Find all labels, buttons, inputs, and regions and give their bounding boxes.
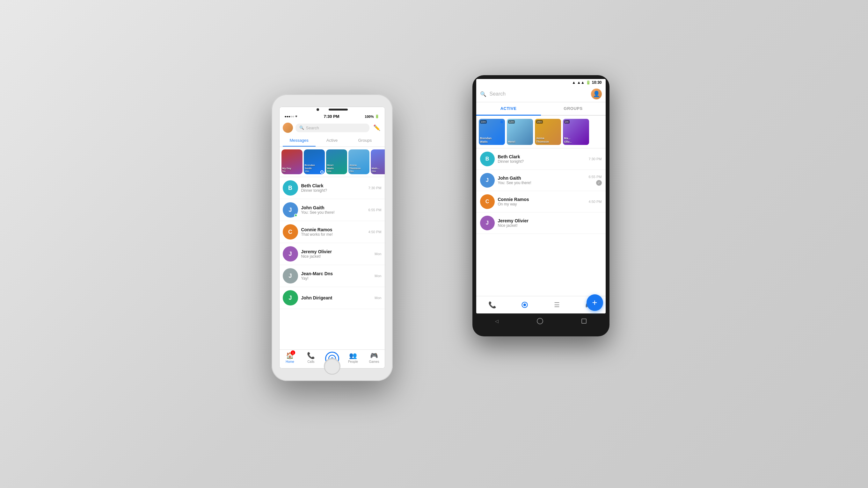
ios-tab-groups[interactable]: Groups (348, 135, 381, 147)
story-label: JennaThomson26m (349, 164, 369, 173)
battery-icon: 🔋 (375, 115, 379, 119)
table-row[interactable]: J Jeremy Olivier Nice jacket! (476, 213, 606, 234)
story-time: 12m (508, 120, 515, 124)
battery-pct: 100% (365, 115, 374, 119)
ios-user-avatar[interactable] (283, 123, 293, 133)
android-back-btn[interactable]: ◁ (495, 319, 499, 324)
table-row[interactable]: C Connie Ramos On my way 4:50 PM (476, 191, 606, 213)
ios-nav-people-label: People (348, 360, 358, 363)
carrier-dots: ●●●○○ (285, 115, 294, 118)
table-row[interactable]: J John Dirigeant Mon (280, 287, 385, 309)
ios-conv-list: B Beth Clark Dinner tonight? 7:30 PM J (280, 177, 385, 350)
android-tab-active[interactable]: ACTIVE (476, 102, 541, 116)
android-recents-btn[interactable] (582, 319, 587, 324)
story-label: BrendanWatts (480, 137, 504, 144)
avatar: J (480, 173, 495, 188)
table-row[interactable]: J John Gaith You: See you there! 6:55 PM (280, 199, 385, 221)
people-icon: 👥 (349, 352, 357, 359)
table-row[interactable]: J John Gaith You: See you there! 6:55 PM… (476, 170, 606, 191)
story-label: My Day5m (282, 167, 302, 173)
ios-home-button[interactable] (324, 358, 340, 375)
ios-search-placeholder[interactable]: Search (306, 126, 319, 130)
compose-icon[interactable]: ✏️ (372, 124, 381, 131)
conv-preview: You: See you there! (301, 210, 365, 215)
ios-nav-home-label: Home (286, 360, 294, 363)
conv-preview: Dinner tonight? (301, 188, 365, 193)
ios-nav-people[interactable]: 👥 People (345, 352, 361, 366)
ios-status-bar: ●●●○○ ᯤ 7:30 PM 100% 🔋 (280, 112, 385, 121)
games-icon: 🎮 (370, 352, 378, 359)
conv-time: Mon (375, 274, 381, 278)
online-indicator (294, 214, 298, 217)
avatar: J (480, 216, 495, 230)
home-icon[interactable] (519, 299, 531, 311)
story-item-jenna[interactable]: JennaThomson26m (348, 150, 369, 174)
battery-icon: 🔋 (586, 80, 591, 85)
story-item-myday[interactable]: My Day5m (281, 150, 303, 174)
phone-icon[interactable]: 📞 (486, 299, 498, 311)
conv-info: John Dirigeant (301, 295, 372, 300)
android-user-avatar[interactable]: 👤 (591, 89, 602, 99)
ios-nav-calls[interactable]: 📞 Calls (303, 352, 319, 366)
wifi-icon: ᯤ (295, 115, 298, 118)
story-time: 2m (564, 120, 570, 124)
android-search-input[interactable]: Search (490, 91, 588, 97)
ios-nav-games-label: Games (369, 360, 379, 363)
story-item[interactable]: BrendanWatts 10m (479, 119, 505, 145)
conv-info: John Gaith You: See you there! (301, 205, 365, 215)
story-label: Ma...Oliv... (564, 137, 588, 144)
story-label: HenriWatts12m (327, 164, 346, 173)
avatar: C (283, 224, 298, 239)
story-item-brendan[interactable]: BrendanSmith10m (304, 150, 325, 174)
conv-info: Connie Ramos That works for me! (301, 227, 365, 237)
ios-time: 7:30 PM (323, 114, 339, 119)
conv-time: 4:50 PM (589, 200, 602, 203)
conv-info: Jean-Marc Dns Yay! (301, 271, 372, 281)
story-time: 10m (480, 120, 487, 124)
ios-phone: ●●●○○ ᯤ 7:30 PM 100% 🔋 🔍 Search (272, 94, 393, 381)
story-item-henri[interactable]: HenriWatts12m (326, 150, 347, 174)
read-receipt-icon: ✓ (596, 180, 602, 186)
table-row[interactable]: C Connie Ramos That works for me! 4:50 P… (280, 221, 385, 243)
ios-search-bar[interactable]: 🔍 Search ✏️ (280, 121, 385, 135)
android-bottom-nav: 📞 ☰ 🎮 (476, 296, 606, 314)
android-status-icons: ▲ ▲▲ 🔋 10:30 (572, 80, 601, 85)
android-phone: ▲ ▲▲ 🔋 10:30 🔍 Search 👤 ACTIVE GROUPS (472, 75, 610, 336)
avatar: B (283, 180, 298, 196)
table-row[interactable]: B Beth Clark Dinner tonight? 7:30 PM (280, 177, 385, 199)
story-label: JennaThomson (536, 137, 560, 144)
conv-time: Mon (375, 252, 381, 256)
ios-tab-active[interactable]: Active (316, 135, 348, 147)
ios-tab-messages[interactable]: Messages (283, 135, 316, 147)
story-item[interactable]: Ma...Oliv... 2m (563, 119, 589, 145)
android-nav-bar: ◁ (476, 314, 606, 329)
android-tab-groups[interactable]: GROUPS (541, 102, 606, 115)
table-row[interactable]: J Jeremy Olivier Nice jacket! Mon (280, 243, 385, 265)
fab-button[interactable]: + (587, 294, 603, 311)
front-camera (316, 108, 319, 111)
conv-time: 4:50 PM (369, 230, 381, 234)
story-dot (500, 121, 503, 123)
table-row[interactable]: B Beth Clark Dinner tonight? 7:30 PM (476, 149, 606, 170)
android-home-btn[interactable] (537, 318, 543, 324)
conv-info: Jeremy Olivier Nice jacket! (498, 218, 599, 228)
conv-time: 7:30 PM (589, 157, 602, 161)
avatar: J (283, 290, 298, 305)
ios-nav-home[interactable]: 🏠 1 Home (282, 352, 298, 366)
story-item[interactable]: JennaThomson 26m (535, 119, 561, 145)
ios-nav-games[interactable]: 🎮 Games (366, 352, 382, 366)
search-icon: 🔍 (480, 91, 487, 97)
conv-name: Jeremy Olivier (301, 249, 372, 254)
conv-preview: Dinner tonight? (498, 159, 586, 164)
ios-nav-calls-label: Calls (307, 360, 314, 363)
table-row[interactable]: J Jean-Marc Dns Yay! Mon (280, 265, 385, 287)
story-item[interactable]: Henri 12m (507, 119, 533, 145)
list-icon[interactable]: ☰ (551, 299, 563, 311)
story-item-math[interactable]: Math...24m (371, 150, 385, 174)
conv-name: Connie Ramos (498, 197, 586, 202)
ios-search-field[interactable]: 🔍 Search (296, 124, 369, 132)
wifi-icon: ▲ (572, 80, 576, 85)
android-search-bar[interactable]: 🔍 Search 👤 (476, 86, 606, 102)
conv-preview: Yay! (301, 276, 372, 281)
android-screen: ▲ ▲▲ 🔋 10:30 🔍 Search 👤 ACTIVE GROUPS (476, 79, 606, 314)
